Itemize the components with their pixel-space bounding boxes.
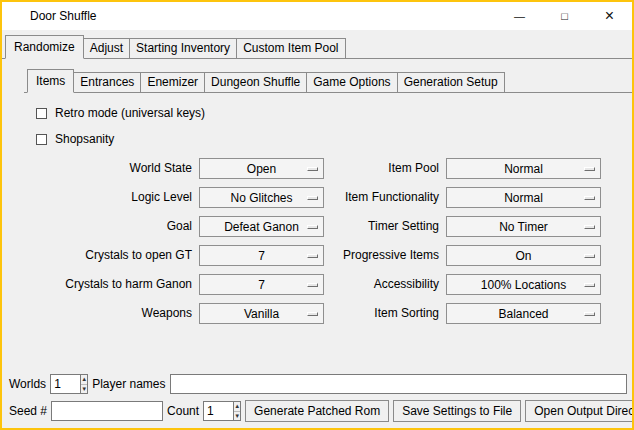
worlds-input[interactable] [51,375,80,393]
weapons-value: Vanilla [244,307,279,321]
crystals-ganon-dropdown[interactable]: 7 [199,274,324,295]
checkbox-icon[interactable] [36,134,47,145]
options-grid: World State Open Item Pool Normal Logic … [36,158,626,324]
shopsanity-checkbox[interactable]: Shopsanity [36,132,626,146]
tab-custom-item-pool[interactable]: Custom Item Pool [236,38,345,58]
weapons-dropdown[interactable]: Vanilla [199,303,324,324]
dropdown-indicator-icon [584,254,595,258]
spin-down-icon[interactable]: ▼ [234,411,240,421]
dropdown-indicator-icon [584,196,595,200]
maximize-icon: □ [561,10,568,22]
items-pane: Retro mode (universal keys) Shopsanity W… [24,93,632,324]
window-controls: — □ × [497,2,632,30]
item-functionality-dropdown[interactable]: Normal [446,187,601,208]
item-pool-dropdown[interactable]: Normal [446,158,601,179]
minimize-icon: — [514,10,525,22]
goal-label: Goal [36,216,192,237]
logic-level-dropdown[interactable]: No Glitches [199,187,324,208]
accessibility-label: Accessibility [331,274,439,295]
main-tab-bar: Randomize Adjust Starting Inventory Cust… [2,30,632,59]
window-title: Door Shuffle [30,9,97,23]
item-sorting-dropdown[interactable]: Balanced [446,303,601,324]
worlds-spin-buttons: ▲ ▼ [80,375,87,393]
item-pool-value: Normal [504,162,543,176]
item-sorting-label: Item Sorting [331,303,439,324]
dropdown-indicator-icon [307,283,318,287]
goal-dropdown[interactable]: Defeat Ganon [199,216,324,237]
progressive-items-value: On [515,249,531,263]
crystals-ganon-label: Crystals to harm Ganon [36,274,192,295]
bottom-controls: Worlds ▲ ▼ Player names Seed # Count ▲ ▼ [7,374,627,422]
item-functionality-value: Normal [504,191,543,205]
tab-items[interactable]: Items [27,69,74,93]
accessibility-dropdown[interactable]: 100% Locations [446,274,601,295]
tab-game-options[interactable]: Game Options [306,72,397,92]
open-output-button[interactable]: Open Output Directory [525,400,634,422]
dropdown-indicator-icon [307,312,318,316]
tab-adjust[interactable]: Adjust [83,38,130,58]
checkbox-icon[interactable] [36,108,47,119]
maximize-button[interactable]: □ [542,2,587,30]
spin-up-icon[interactable]: ▲ [81,375,87,384]
timer-setting-dropdown[interactable]: No Timer [446,216,601,237]
minimize-button[interactable]: — [497,2,542,30]
item-pool-label: Item Pool [331,158,439,179]
sub-tab-bar: Items Entrances Enemizer Dungeon Shuffle… [24,64,632,93]
timer-setting-value: No Timer [499,220,548,234]
crystals-ganon-value: 7 [258,278,265,292]
close-icon: × [605,7,614,25]
spin-up-icon[interactable]: ▲ [234,402,240,411]
timer-setting-label: Timer Setting [331,216,439,237]
seed-row: Seed # Count ▲ ▼ Generate Patched Rom Sa… [7,400,627,422]
dropdown-indicator-icon [584,167,595,171]
player-names-input[interactable] [170,374,628,394]
dropdown-indicator-icon [584,283,595,287]
dropdown-indicator-icon [307,225,318,229]
goal-value: Defeat Ganon [224,220,299,234]
crystals-gt-label: Crystals to open GT [36,245,192,266]
dropdown-indicator-icon [307,167,318,171]
seed-label: Seed # [9,404,47,418]
logic-level-value: No Glitches [230,191,292,205]
generate-rom-button[interactable]: Generate Patched Rom [245,400,389,422]
door-shuffle-window: Door Shuffle — □ × Randomize Adjust Star… [0,0,634,430]
shopsanity-label: Shopsanity [55,132,114,146]
progressive-items-dropdown[interactable]: On [446,245,601,266]
tab-enemizer[interactable]: Enemizer [140,72,205,92]
seed-input[interactable] [51,401,163,421]
retro-mode-label: Retro mode (universal keys) [55,106,205,120]
tab-starting-inventory[interactable]: Starting Inventory [129,38,237,58]
spin-down-icon[interactable]: ▼ [81,384,87,394]
weapons-label: Weapons [36,303,192,324]
count-spin-buttons: ▲ ▼ [233,402,240,420]
item-sorting-value: Balanced [498,307,548,321]
tab-entrances[interactable]: Entrances [73,72,141,92]
dropdown-indicator-icon [584,225,595,229]
tab-dungeon-shuffle[interactable]: Dungeon Shuffle [204,72,307,92]
count-spinner[interactable]: ▲ ▼ [203,401,241,421]
close-button[interactable]: × [587,2,632,30]
logic-level-label: Logic Level [36,187,192,208]
dropdown-indicator-icon [307,196,318,200]
tab-randomize[interactable]: Randomize [5,35,84,59]
titlebar: Door Shuffle — □ × [2,2,632,30]
worlds-spinner[interactable]: ▲ ▼ [50,374,88,394]
crystals-gt-dropdown[interactable]: 7 [199,245,324,266]
world-state-label: World State [36,158,192,179]
accessibility-value: 100% Locations [481,278,566,292]
item-functionality-label: Item Functionality [331,187,439,208]
tab-generation-setup[interactable]: Generation Setup [397,72,505,92]
world-state-value: Open [247,162,276,176]
worlds-row: Worlds ▲ ▼ Player names [7,374,627,394]
crystals-gt-value: 7 [258,249,265,263]
progressive-items-label: Progressive Items [331,245,439,266]
retro-mode-checkbox[interactable]: Retro mode (universal keys) [36,106,626,120]
dropdown-indicator-icon [584,312,595,316]
player-names-label: Player names [92,377,165,391]
world-state-dropdown[interactable]: Open [199,158,324,179]
count-label: Count [167,404,199,418]
save-settings-button[interactable]: Save Settings to File [393,400,521,422]
dropdown-indicator-icon [307,254,318,258]
count-input[interactable] [204,402,233,420]
worlds-label: Worlds [9,377,46,391]
